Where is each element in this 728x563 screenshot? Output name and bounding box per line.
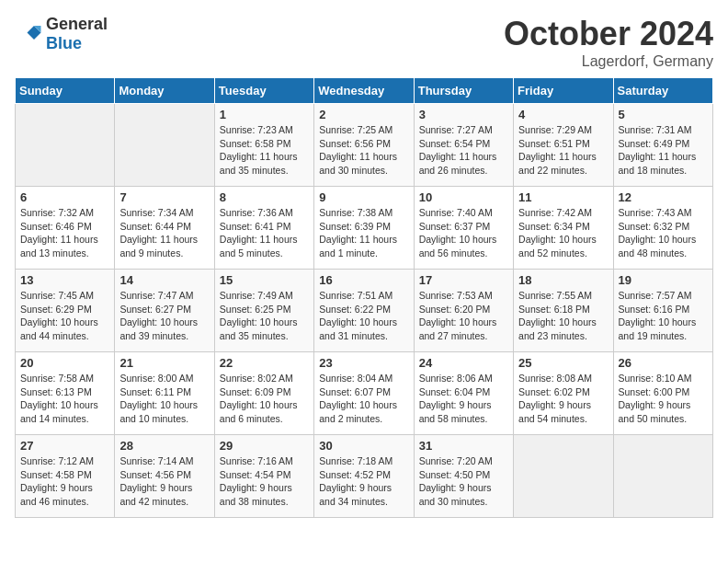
- location-title: Lagerdorf, Germany: [504, 53, 713, 70]
- day-number: 4: [518, 108, 608, 121]
- weekday-header-wednesday: Wednesday: [314, 78, 414, 104]
- calendar-cell: 5Sunrise: 7:31 AMSunset: 6:49 PMDaylight…: [613, 104, 712, 187]
- calendar-week-1: 1Sunrise: 7:23 AMSunset: 6:58 PMDaylight…: [16, 104, 713, 187]
- calendar-cell: 17Sunrise: 7:53 AMSunset: 6:20 PMDayligh…: [414, 270, 513, 352]
- weekday-header-monday: Monday: [115, 78, 214, 104]
- calendar-cell: 2Sunrise: 7:25 AMSunset: 6:56 PMDaylight…: [314, 104, 414, 187]
- calendar-cell: 31Sunrise: 7:20 AMSunset: 4:50 PMDayligh…: [414, 435, 513, 518]
- calendar-cell: [514, 435, 613, 518]
- day-number: 5: [619, 108, 708, 121]
- calendar-cell: [115, 104, 214, 187]
- calendar-cell: 6Sunrise: 7:32 AMSunset: 6:46 PMDaylight…: [16, 187, 115, 270]
- cell-info: Sunrise: 7:53 AMSunset: 6:20 PMDaylight:…: [419, 289, 508, 343]
- logo-icon: [15, 20, 42, 48]
- cell-info: Sunrise: 7:58 AMSunset: 6:13 PMDaylight:…: [20, 372, 109, 426]
- day-number: 27: [20, 439, 109, 453]
- day-number: 8: [220, 190, 309, 204]
- weekday-header-saturday: Saturday: [613, 78, 712, 104]
- weekday-header-tuesday: Tuesday: [214, 78, 313, 104]
- day-number: 14: [119, 273, 209, 287]
- calendar-cell: 23Sunrise: 8:04 AMSunset: 6:07 PMDayligh…: [314, 352, 414, 435]
- day-number: 10: [419, 190, 508, 204]
- calendar-week-2: 6Sunrise: 7:32 AMSunset: 6:46 PMDaylight…: [16, 187, 713, 270]
- day-number: 6: [20, 190, 109, 204]
- weekday-header-thursday: Thursday: [414, 78, 513, 104]
- day-number: 20: [20, 356, 109, 370]
- cell-info: Sunrise: 7:31 AMSunset: 6:49 PMDaylight:…: [619, 123, 708, 178]
- day-number: 26: [619, 356, 708, 370]
- cell-info: Sunrise: 8:10 AMSunset: 6:00 PMDaylight:…: [619, 372, 708, 426]
- month-title: October 2024: [504, 15, 713, 53]
- calendar-cell: 27Sunrise: 7:12 AMSunset: 4:58 PMDayligh…: [16, 435, 115, 518]
- cell-info: Sunrise: 7:29 AMSunset: 6:51 PMDaylight:…: [518, 123, 608, 178]
- cell-info: Sunrise: 7:40 AMSunset: 6:37 PMDaylight:…: [419, 206, 508, 260]
- calendar-cell: 20Sunrise: 7:58 AMSunset: 6:13 PMDayligh…: [16, 352, 115, 435]
- calendar-cell: 30Sunrise: 7:18 AMSunset: 4:52 PMDayligh…: [314, 435, 414, 518]
- cell-info: Sunrise: 8:04 AMSunset: 6:07 PMDaylight:…: [319, 372, 408, 426]
- cell-info: Sunrise: 7:42 AMSunset: 6:34 PMDaylight:…: [518, 206, 608, 260]
- calendar-cell: 9Sunrise: 7:38 AMSunset: 6:39 PMDaylight…: [314, 187, 414, 270]
- calendar-cell: 28Sunrise: 7:14 AMSunset: 4:56 PMDayligh…: [115, 435, 214, 518]
- calendar-cell: 11Sunrise: 7:42 AMSunset: 6:34 PMDayligh…: [514, 187, 613, 270]
- cell-info: Sunrise: 7:57 AMSunset: 6:16 PMDaylight:…: [619, 289, 708, 343]
- day-number: 3: [419, 108, 508, 121]
- day-number: 9: [319, 190, 408, 204]
- calendar-cell: 26Sunrise: 8:10 AMSunset: 6:00 PMDayligh…: [613, 352, 712, 435]
- calendar-week-5: 27Sunrise: 7:12 AMSunset: 4:58 PMDayligh…: [16, 435, 713, 518]
- calendar-cell: 19Sunrise: 7:57 AMSunset: 6:16 PMDayligh…: [613, 270, 712, 352]
- cell-info: Sunrise: 8:00 AMSunset: 6:11 PMDaylight:…: [119, 372, 209, 426]
- calendar-week-3: 13Sunrise: 7:45 AMSunset: 6:29 PMDayligh…: [16, 270, 713, 352]
- calendar-cell: 13Sunrise: 7:45 AMSunset: 6:29 PMDayligh…: [16, 270, 115, 352]
- cell-info: Sunrise: 7:25 AMSunset: 6:56 PMDaylight:…: [319, 123, 408, 178]
- page-header: General Blue October 2024 Lagerdorf, Ger…: [15, 15, 713, 70]
- day-number: 31: [419, 439, 508, 453]
- calendar-cell: 7Sunrise: 7:34 AMSunset: 6:44 PMDaylight…: [115, 187, 214, 270]
- cell-info: Sunrise: 7:55 AMSunset: 6:18 PMDaylight:…: [518, 289, 608, 343]
- cell-info: Sunrise: 7:43 AMSunset: 6:32 PMDaylight:…: [619, 206, 708, 260]
- day-number: 15: [220, 273, 309, 287]
- day-number: 29: [220, 439, 309, 453]
- cell-info: Sunrise: 7:16 AMSunset: 4:54 PMDaylight:…: [220, 454, 309, 509]
- title-block: October 2024 Lagerdorf, Germany: [504, 15, 713, 70]
- day-number: 23: [319, 356, 408, 370]
- cell-info: Sunrise: 7:36 AMSunset: 6:41 PMDaylight:…: [220, 206, 309, 260]
- calendar-cell: 12Sunrise: 7:43 AMSunset: 6:32 PMDayligh…: [613, 187, 712, 270]
- cell-info: Sunrise: 7:47 AMSunset: 6:27 PMDaylight:…: [119, 289, 209, 343]
- day-number: 30: [319, 439, 408, 453]
- calendar-cell: 15Sunrise: 7:49 AMSunset: 6:25 PMDayligh…: [214, 270, 313, 352]
- cell-info: Sunrise: 7:34 AMSunset: 6:44 PMDaylight:…: [119, 206, 209, 260]
- day-number: 17: [419, 273, 508, 287]
- cell-info: Sunrise: 7:27 AMSunset: 6:54 PMDaylight:…: [419, 123, 508, 178]
- cell-info: Sunrise: 7:51 AMSunset: 6:22 PMDaylight:…: [319, 289, 408, 343]
- day-number: 7: [119, 190, 209, 204]
- day-number: 16: [319, 273, 408, 287]
- calendar-cell: 24Sunrise: 8:06 AMSunset: 6:04 PMDayligh…: [414, 352, 513, 435]
- weekday-header-sunday: Sunday: [16, 78, 115, 104]
- calendar-cell: [613, 435, 712, 518]
- cell-info: Sunrise: 7:49 AMSunset: 6:25 PMDaylight:…: [220, 289, 309, 343]
- day-number: 22: [220, 356, 309, 370]
- cell-info: Sunrise: 8:02 AMSunset: 6:09 PMDaylight:…: [220, 372, 309, 426]
- logo: General Blue: [15, 15, 108, 53]
- day-number: 19: [619, 273, 708, 287]
- cell-info: Sunrise: 7:12 AMSunset: 4:58 PMDaylight:…: [20, 454, 109, 509]
- calendar-cell: 16Sunrise: 7:51 AMSunset: 6:22 PMDayligh…: [314, 270, 414, 352]
- calendar-cell: 3Sunrise: 7:27 AMSunset: 6:54 PMDaylight…: [414, 104, 513, 187]
- day-number: 13: [20, 273, 109, 287]
- calendar-cell: 25Sunrise: 8:08 AMSunset: 6:02 PMDayligh…: [514, 352, 613, 435]
- day-number: 1: [220, 108, 309, 121]
- cell-info: Sunrise: 7:38 AMSunset: 6:39 PMDaylight:…: [319, 206, 408, 260]
- cell-info: Sunrise: 7:20 AMSunset: 4:50 PMDaylight:…: [419, 454, 508, 509]
- calendar-cell: 18Sunrise: 7:55 AMSunset: 6:18 PMDayligh…: [514, 270, 613, 352]
- calendar-cell: 8Sunrise: 7:36 AMSunset: 6:41 PMDaylight…: [214, 187, 313, 270]
- calendar-cell: 29Sunrise: 7:16 AMSunset: 4:54 PMDayligh…: [214, 435, 313, 518]
- logo-blue-text: Blue: [46, 34, 82, 52]
- calendar-cell: 21Sunrise: 8:00 AMSunset: 6:11 PMDayligh…: [115, 352, 214, 435]
- cell-info: Sunrise: 7:45 AMSunset: 6:29 PMDaylight:…: [20, 289, 109, 343]
- calendar-cell: 22Sunrise: 8:02 AMSunset: 6:09 PMDayligh…: [214, 352, 313, 435]
- day-number: 24: [419, 356, 508, 370]
- calendar-table: SundayMondayTuesdayWednesdayThursdayFrid…: [15, 77, 713, 518]
- day-number: 12: [619, 190, 708, 204]
- cell-info: Sunrise: 7:23 AMSunset: 6:58 PMDaylight:…: [220, 123, 309, 178]
- cell-info: Sunrise: 7:14 AMSunset: 4:56 PMDaylight:…: [119, 454, 209, 509]
